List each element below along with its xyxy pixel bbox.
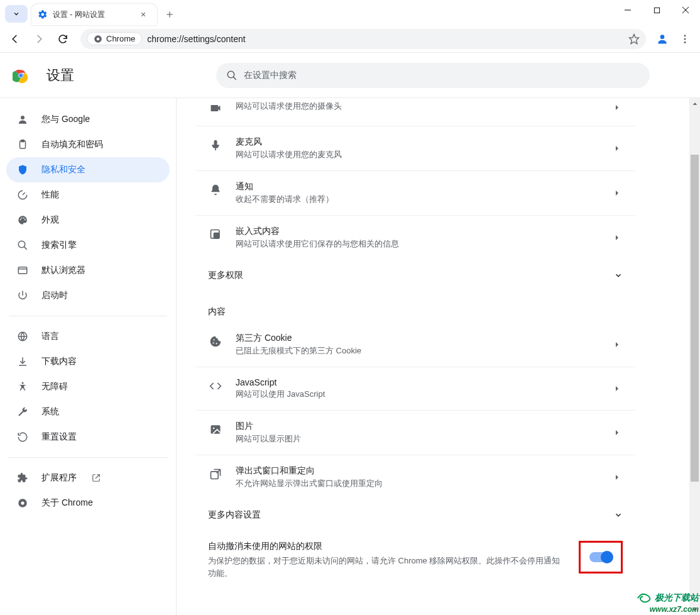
svg-point-24 xyxy=(20,219,21,220)
content-row-images[interactable]: 图片网站可以显示图片 xyxy=(195,410,635,455)
open-in-new-icon xyxy=(92,474,101,482)
sidebar-item-extensions[interactable]: 扩展程序 xyxy=(6,465,170,490)
row-title: 弹出式窗口和重定向 xyxy=(236,465,599,477)
sidebar-item-appearance[interactable]: 外观 xyxy=(6,208,170,233)
permission-row-microphone[interactable]: 麦克风网站可以请求使用您的麦克风 xyxy=(195,126,635,170)
chevron-right-icon xyxy=(611,145,623,152)
forward-button[interactable] xyxy=(28,28,50,50)
row-title: 图片 xyxy=(236,421,599,432)
globe-icon xyxy=(16,331,29,342)
site-chip[interactable]: Chrome xyxy=(87,32,142,45)
content-row-cookies[interactable]: 第三方 Cookie已阻止无痕模式下的第三方 Cookie xyxy=(195,323,635,367)
embedded-icon xyxy=(208,227,223,242)
svg-marker-50 xyxy=(616,342,618,347)
svg-point-38 xyxy=(21,501,24,504)
permission-row-notifications[interactable]: 通知收起不需要的请求（推荐） xyxy=(195,170,635,215)
svg-marker-10 xyxy=(630,34,639,43)
chevron-right-icon xyxy=(611,341,623,348)
sidebar-label: 性能 xyxy=(41,189,59,201)
chrome-icon xyxy=(16,497,29,509)
url-text: chrome://settings/content xyxy=(147,34,245,44)
sidebar-item-autofill[interactable]: 自动填充和密码 xyxy=(6,132,170,157)
expander-label: 更多内容设置 xyxy=(208,509,261,521)
content-scrollbar[interactable] xyxy=(689,98,700,615)
svg-rect-30 xyxy=(18,267,27,274)
permission-row-camera[interactable]: 网站可以请求使用您的摄像头 xyxy=(195,98,635,126)
chevron-right-icon xyxy=(611,189,623,197)
sidebar-item-system[interactable]: 系统 xyxy=(6,399,170,424)
window-controls xyxy=(613,0,700,25)
row-desc: 不允许网站显示弹出式窗口或使用重定向 xyxy=(236,478,599,489)
chip-label: Chrome xyxy=(106,34,135,43)
svg-point-20 xyxy=(21,116,25,119)
sidebar-item-on-startup[interactable]: 启动时 xyxy=(6,283,170,308)
more-content-expander[interactable]: 更多内容设置 xyxy=(195,499,635,531)
auto-revoke-desc: 为保护您的数据，对于您近期未访问的网站，请允许 Chrome 移除网站权限。此操… xyxy=(208,555,567,579)
sidebar-label: 隐私和安全 xyxy=(41,164,85,175)
sidebar-item-privacy[interactable]: 隐私和安全 xyxy=(6,157,170,182)
sidebar-item-accessibility[interactable]: 无障碍 xyxy=(6,374,170,399)
permission-row-embedded[interactable]: 嵌入式内容网站可以请求使用它们保存的与您相关的信息 xyxy=(195,215,635,260)
window-close-button[interactable] xyxy=(671,0,700,20)
new-tab-button[interactable] xyxy=(161,6,178,23)
sidebar-item-you-and-google[interactable]: 您与 Google xyxy=(6,107,170,132)
row-desc: 已阻止无痕模式下的第三方 Cookie xyxy=(236,345,599,357)
kebab-menu-button[interactable] xyxy=(674,28,696,50)
chevron-right-icon xyxy=(611,474,623,481)
settings-appbar: 设置 在设置中搜索 xyxy=(0,53,700,98)
more-permissions-expander[interactable]: 更多权限 xyxy=(195,260,635,291)
content-row-popups[interactable]: 弹出式窗口和重定向不允许网站显示弹出式窗口或使用重定向 xyxy=(195,455,635,499)
star-icon[interactable] xyxy=(628,33,640,45)
svg-point-18 xyxy=(227,71,234,78)
svg-point-12 xyxy=(684,35,686,36)
scrollbar-thumb[interactable] xyxy=(691,155,699,482)
auto-revoke-highlight-box xyxy=(579,541,623,573)
sidebar-item-performance[interactable]: 性能 xyxy=(6,182,170,208)
sidebar-separator xyxy=(9,457,167,458)
sidebar-label: 启动时 xyxy=(41,290,68,301)
row-desc: 网站可以请求使用您的麦克风 xyxy=(236,149,599,160)
back-button[interactable] xyxy=(4,28,26,50)
svg-line-29 xyxy=(25,247,27,250)
close-icon[interactable] xyxy=(138,9,148,19)
cookie-icon xyxy=(208,334,223,349)
appbar-title: 设置 xyxy=(46,66,74,85)
tabstrip-dropdown-button[interactable] xyxy=(5,5,28,23)
chevron-right-icon xyxy=(611,429,623,436)
row-title: 嵌入式内容 xyxy=(236,226,599,237)
sidebar-separator xyxy=(9,316,167,316)
wrench-icon xyxy=(16,406,29,418)
person-icon xyxy=(16,114,29,125)
sidebar-item-default-browser[interactable]: 默认浏览器 xyxy=(6,258,170,283)
auto-revoke-title: 自动撤消未使用的网站的权限 xyxy=(208,541,567,552)
search-icon xyxy=(226,70,238,81)
svg-line-36 xyxy=(96,475,99,479)
content-row-javascript[interactable]: JavaScript网站可以使用 JavaScript xyxy=(195,367,635,410)
omnibox[interactable]: Chrome chrome://settings/content xyxy=(80,29,646,49)
sidebar-item-about[interactable]: 关于 Chrome xyxy=(6,490,170,516)
chrome-logo-icon xyxy=(13,67,29,84)
speedometer-icon xyxy=(16,189,29,201)
sidebar-item-downloads[interactable]: 下载内容 xyxy=(6,349,170,374)
sidebar-item-reset[interactable]: 重置设置 xyxy=(6,424,170,450)
svg-point-53 xyxy=(213,428,215,429)
gear-icon xyxy=(38,9,48,19)
window-icon xyxy=(16,265,29,276)
scroll-up-arrow-icon[interactable] xyxy=(689,98,700,109)
profile-button[interactable] xyxy=(652,29,672,49)
auto-revoke-toggle[interactable] xyxy=(589,552,612,562)
scroll-down-arrow-icon[interactable] xyxy=(689,604,700,615)
sidebar-label: 扩展程序 xyxy=(41,472,77,484)
window-maximize-button[interactable] xyxy=(642,0,671,20)
row-title: 第三方 Cookie xyxy=(236,333,599,344)
puzzle-icon xyxy=(16,472,29,484)
sidebar-item-search-engine[interactable]: 搜索引擎 xyxy=(6,233,170,258)
settings-search-input[interactable]: 在设置中搜索 xyxy=(216,63,650,88)
reload-button[interactable] xyxy=(52,28,74,50)
svg-marker-42 xyxy=(616,146,618,151)
clipboard-icon xyxy=(16,139,29,150)
sidebar-item-languages[interactable]: 语言 xyxy=(6,324,170,349)
row-desc: 收起不需要的请求（推荐） xyxy=(236,194,599,205)
browser-tab[interactable]: 设置 - 网站设置 xyxy=(31,4,157,25)
window-minimize-button[interactable] xyxy=(613,0,642,20)
